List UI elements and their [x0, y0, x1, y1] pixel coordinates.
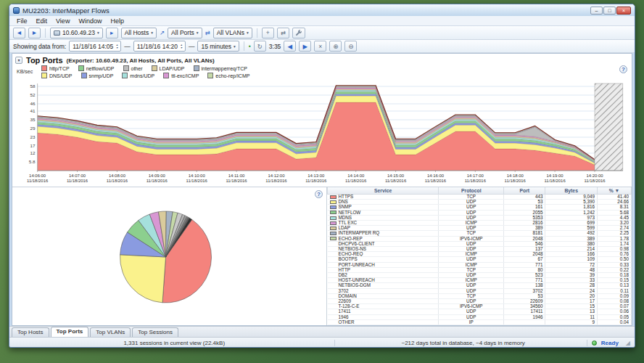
legend-item-echo-rep-icmp[interactable]: echo-rep/ICMP [207, 73, 249, 78]
table-row[interactable]: INTERMAPPER RQTCP81814922.25 [328, 231, 632, 236]
traffic-area-chart[interactable]: 5.812172329354146525814:06:0011/18/20161… [15, 79, 629, 185]
table-row[interactable]: NETBIOS-DGMUDP138280.13 [328, 283, 632, 288]
column-header-bytes[interactable]: Bytes [545, 187, 598, 195]
tab-top-hosts[interactable]: Top Hosts [12, 327, 49, 337]
svg-text:14:13:00: 14:13:00 [307, 174, 325, 178]
table-row[interactable]: 17411UDP17411130.06 [328, 309, 632, 314]
table-row[interactable]: DHCPV6-CLIENTUDP5463801.74 [328, 241, 632, 246]
tab-top-vlans[interactable]: Top VLANs [90, 327, 131, 337]
legend-label: echo-rep/ICMP [215, 73, 249, 78]
legend-item-intermapperreq-tcp[interactable]: intermapperreq/TCP [194, 65, 247, 71]
add-filter-button[interactable]: + [262, 28, 274, 38]
host-filter-arrow-icon[interactable]: ↗ [160, 29, 165, 36]
menu-window[interactable]: Window [74, 17, 106, 25]
table-row[interactable]: DOMAINTCP53200.09 [328, 293, 632, 298]
swap-endpoints-button[interactable]: ⇄ [277, 28, 289, 38]
apply-exporter-button[interactable]: ▸ [106, 28, 118, 38]
ports-pie-chart[interactable] [12, 187, 326, 325]
service-color-swatch [330, 237, 337, 240]
service-color-swatch [330, 216, 337, 220]
vlan-filter-icon[interactable]: ⇄ [205, 29, 210, 36]
resize-grip[interactable]: ◢ [626, 340, 630, 346]
legend-item-netflow-udp[interactable]: netflow/UDP [78, 65, 115, 71]
column-header-service[interactable]: Service [328, 187, 439, 195]
menu-file[interactable]: File [12, 17, 32, 25]
zoom-out-button[interactable]: ⊖ [344, 41, 357, 52]
start-time-value: 11/18/16 14:05 [73, 43, 113, 50]
zoom-in-button[interactable]: ⊕ [329, 41, 342, 52]
back-button[interactable]: ◄ [13, 28, 25, 38]
legend-item-other[interactable]: other [123, 65, 143, 71]
tab-top-sessions[interactable]: Top Sessions [132, 327, 178, 337]
start-time-field[interactable]: 11/18/16 14:05 ▴▾ [69, 41, 121, 52]
exporter-select[interactable]: 10.60.49.23 ▾ [50, 28, 103, 38]
legend-item-dns-udp[interactable]: DNS/UDP [41, 73, 73, 78]
column-header-port[interactable]: Port [504, 187, 545, 195]
table-row[interactable]: SNMPUDP1611,8168.31 [328, 205, 632, 210]
step-back-button[interactable]: ◀ [284, 41, 296, 52]
table-row[interactable]: NETFLOWUDP20551,2425.68 [328, 210, 632, 215]
interval-select[interactable]: 15 minutes ▾ [197, 41, 239, 52]
pie-slice-dns[interactable] [120, 254, 165, 302]
legend-item-mdns-udp[interactable]: mdns/UDP [122, 73, 154, 78]
table-row[interactable]: HTTPSTCP4439,04941.40 [328, 195, 632, 200]
table-row[interactable]: T-128-C-EIPV6-ICMP34560150.07 [328, 304, 632, 309]
table-row[interactable]: HOST-UNREACHICMP771330.15 [328, 278, 632, 283]
title-bar[interactable]: MU2203: InterMapper Flows – □ × [9, 4, 635, 16]
svg-text:46: 46 [30, 101, 36, 106]
top-ports-panel: ▾ Top Ports (Exporter: 10.60.49.23, All … [12, 54, 632, 187]
close-button[interactable]: × [616, 7, 631, 15]
end-time-field[interactable]: 11/18/16 14:20 ▴▾ [133, 41, 186, 52]
legend-item-ldap-udp[interactable]: LDAP/UDP [152, 65, 185, 71]
table-row[interactable]: LDAPUDP3895992.74 [328, 226, 632, 231]
table-row[interactable]: ECHO-REPIPV6-ICMP20483891.78 [328, 236, 632, 241]
settings-button[interactable] [292, 28, 305, 38]
chevron-down-icon: ▾ [197, 30, 199, 35]
minimize-button[interactable]: – [590, 7, 603, 15]
legend-swatch [194, 65, 199, 71]
forward-button[interactable]: ► [28, 28, 41, 38]
table-row[interactable]: MDNSUDP53539734.45 [328, 215, 632, 220]
stepper-icon[interactable]: ▴▾ [116, 44, 117, 49]
table-row[interactable]: 1946UDP1946110.05 [328, 314, 632, 319]
menu-edit[interactable]: Edit [32, 17, 52, 25]
status-sessions: 1,331 sessions in current view (22.4kB) [14, 340, 335, 346]
tab-top-ports[interactable]: Top Ports [51, 327, 89, 337]
stop-button[interactable]: × [314, 41, 326, 52]
svg-text:14:08:00: 14:08:00 [109, 174, 126, 178]
status-ready: Ready [601, 340, 622, 346]
svg-text:11/18/2016: 11/18/2016 [265, 179, 286, 183]
legend-swatch [122, 73, 128, 78]
table-row[interactable]: ECHO-REQICMP20481660.76 [328, 252, 632, 257]
menu-view[interactable]: View [51, 17, 74, 25]
legend-item-snmp-udp[interactable]: snmp/UDP [81, 73, 114, 78]
menu-help[interactable]: Help [106, 17, 128, 25]
table-row[interactable]: BOOTPSUDP671090.50 [328, 257, 632, 262]
refresh-button[interactable]: ↻ [254, 41, 266, 52]
table-row[interactable]: 22609UDP22609170.08 [328, 299, 632, 304]
table-row[interactable]: PORT-UNREACHICMP771720.33 [328, 262, 632, 267]
ports-select[interactable]: All Ports ▾ [168, 28, 202, 38]
legend-item-http-tcp[interactable]: http/TCP [41, 65, 70, 71]
maximize-button[interactable]: □ [603, 7, 616, 15]
svg-text:11/18/2016: 11/18/2016 [27, 179, 48, 183]
table-row[interactable]: HTTPTCP80480.22 [328, 267, 632, 272]
table-row[interactable]: DNSUDP535,39024.66 [328, 200, 632, 205]
column-header-protocol[interactable]: Protocol [439, 187, 504, 195]
collapse-button[interactable]: ▾ [15, 57, 22, 64]
table-row[interactable]: 3702UDP3702240.11 [328, 288, 632, 293]
vlans-select[interactable]: All VLANs ▾ [213, 28, 252, 38]
ports-table[interactable]: ServiceProtocolPortBytes% ▼HTTPSTCP4439,… [327, 187, 632, 325]
table-row[interactable]: NETBIOS-NSUDP1372140.98 [328, 247, 632, 252]
column-header-percent[interactable]: % ▼ [597, 187, 631, 195]
step-forward-button[interactable]: ▶ [299, 41, 311, 52]
hosts-select[interactable]: All Hosts ▾ [121, 28, 157, 38]
table-row[interactable]: TTL EXCICMP28166993.20 [328, 221, 632, 226]
legend-item-ttl-exc-icmp[interactable]: ttl-exc/ICMP [163, 73, 199, 78]
legend-swatch [207, 73, 213, 78]
help-icon[interactable]: ? [315, 190, 323, 198]
stepper-icon[interactable]: ▴▾ [181, 44, 182, 49]
table-row[interactable]: OTHERIP90.04 [328, 319, 632, 325]
help-icon[interactable]: ? [619, 65, 627, 73]
table-row[interactable]: DB2UDP523390.18 [328, 273, 632, 278]
